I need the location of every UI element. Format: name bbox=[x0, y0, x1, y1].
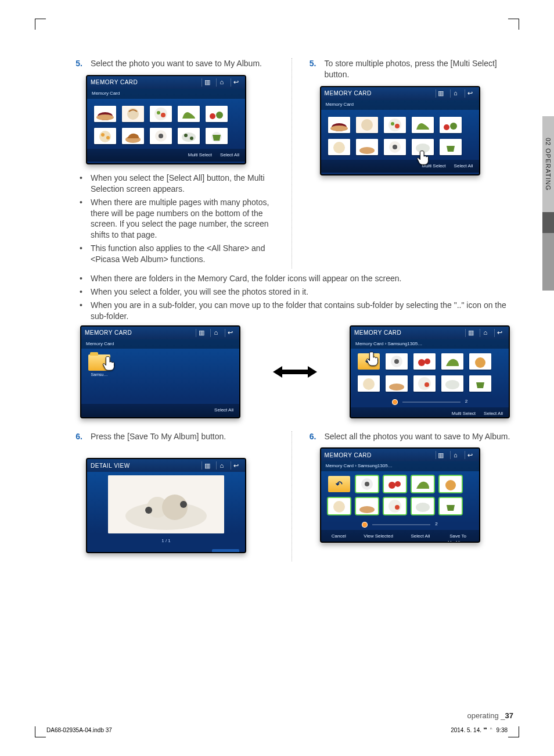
photo-thumbnail[interactable] bbox=[441, 375, 463, 392]
multi-select-button[interactable]: Multi Select bbox=[452, 411, 476, 417]
screen-bottom-bar: Multi Select Select All bbox=[321, 160, 479, 173]
section-tab: 02 OPERATING bbox=[542, 116, 554, 291]
photo-thumbnail[interactable] bbox=[440, 139, 462, 155]
svg-point-42 bbox=[333, 142, 345, 153]
sdcard-icon[interactable]: ▥ bbox=[436, 451, 447, 459]
photo-thumbnail[interactable] bbox=[386, 375, 408, 392]
photo-thumbnail[interactable] bbox=[328, 139, 350, 155]
save-to-my-album-button[interactable]: Save To My Album bbox=[212, 549, 239, 553]
back-icon[interactable]: ↩ bbox=[465, 89, 476, 98]
home-icon[interactable]: ⌂ bbox=[450, 451, 461, 459]
photo-thumbnail[interactable] bbox=[328, 117, 350, 133]
photo-thumbnail[interactable] bbox=[94, 106, 116, 122]
bullet-text: When you select the [Select All] button,… bbox=[91, 173, 280, 195]
photo-thumbnail[interactable] bbox=[122, 128, 144, 144]
svg-point-35 bbox=[395, 124, 400, 128]
photo-thumbnail[interactable] bbox=[384, 476, 406, 492]
svg-point-60 bbox=[475, 357, 485, 368]
svg-point-36 bbox=[391, 122, 394, 126]
photo-thumbnail[interactable] bbox=[358, 375, 380, 392]
up-folder-icon[interactable] bbox=[328, 476, 350, 492]
photo-thumbnail[interactable] bbox=[441, 353, 463, 370]
photo-thumbnail[interactable] bbox=[412, 498, 434, 514]
home-icon[interactable]: ⌂ bbox=[210, 329, 221, 337]
multi-select-button[interactable]: Multi Select bbox=[188, 152, 212, 159]
select-all-button[interactable]: Select All bbox=[220, 152, 239, 159]
page-number[interactable]: 2 bbox=[465, 399, 467, 405]
photo-thumbnail[interactable] bbox=[178, 128, 200, 144]
photo-thumbnail[interactable] bbox=[384, 139, 406, 155]
photo-thumbnail[interactable] bbox=[440, 476, 462, 492]
photo-thumbnail[interactable] bbox=[412, 476, 434, 492]
photo-thumbnail[interactable] bbox=[412, 117, 434, 133]
svg-point-40 bbox=[450, 123, 457, 130]
photo-thumbnail[interactable] bbox=[469, 353, 491, 370]
screen-title: MEMORY CARD bbox=[354, 329, 401, 337]
page-indicator: 1 / 1 bbox=[87, 537, 245, 549]
photo-thumbnail[interactable] bbox=[440, 498, 462, 514]
svg-point-44 bbox=[359, 147, 375, 154]
photo-thumbnail[interactable] bbox=[206, 128, 228, 144]
svg-point-24 bbox=[184, 134, 188, 137]
photo-thumbnail[interactable] bbox=[413, 353, 436, 370]
crop-mark bbox=[35, 726, 46, 737]
photo-thumbnail[interactable] bbox=[356, 139, 378, 155]
photo-thumbnail[interactable] bbox=[206, 106, 228, 122]
back-icon[interactable]: ↩ bbox=[225, 329, 236, 337]
save-to-my-album-button[interactable]: Save To My Album bbox=[448, 533, 468, 543]
page-number[interactable]: 2 bbox=[435, 521, 437, 528]
svg-point-39 bbox=[444, 124, 449, 130]
step-text: Press the [Save To My Album] button. bbox=[91, 431, 226, 442]
cancel-button[interactable]: Cancel bbox=[332, 533, 346, 543]
right-column: 5. To store multiple photos, press the [… bbox=[304, 58, 514, 268]
pointer-hand-icon bbox=[101, 354, 118, 372]
select-all-button[interactable]: Select All bbox=[411, 533, 430, 543]
sdcard-icon[interactable]: ▥ bbox=[436, 89, 447, 98]
photo-thumbnail[interactable] bbox=[328, 498, 350, 514]
photo-thumbnail[interactable] bbox=[384, 117, 406, 133]
page-knob-icon[interactable] bbox=[362, 522, 368, 528]
svg-point-79 bbox=[365, 482, 369, 486]
home-icon[interactable]: ⌂ bbox=[216, 78, 227, 87]
svg-point-92 bbox=[395, 505, 400, 510]
photo-thumbnail[interactable] bbox=[386, 353, 408, 370]
photo-thumbnail[interactable] bbox=[413, 375, 436, 392]
screen-select-to-save: MEMORY CARD ▥ ⌂ ↩ Memory Card › Samsung1… bbox=[320, 447, 480, 543]
home-icon[interactable]: ⌂ bbox=[450, 89, 461, 98]
detail-photo[interactable] bbox=[108, 475, 224, 533]
photo-thumbnail[interactable] bbox=[469, 375, 491, 392]
screen-bottom-bar: Multi Select Select All bbox=[351, 407, 509, 418]
page-knob-icon[interactable] bbox=[392, 399, 398, 405]
step-text: Select all the photos you want to save t… bbox=[325, 431, 510, 442]
crop-mark bbox=[35, 19, 46, 30]
photo-thumbnail[interactable] bbox=[150, 106, 172, 122]
home-icon[interactable]: ⌂ bbox=[216, 461, 227, 470]
nav-arrow-icon bbox=[273, 365, 317, 379]
home-icon[interactable]: ⌂ bbox=[480, 329, 491, 337]
photo-thumbnail[interactable] bbox=[356, 498, 378, 514]
screen-title: DETAIL VIEW bbox=[91, 462, 130, 470]
photo-thumbnail[interactable] bbox=[356, 476, 378, 492]
select-all-button[interactable]: Select All bbox=[454, 163, 473, 170]
back-icon[interactable]: ↩ bbox=[231, 78, 242, 87]
photo-thumbnail[interactable] bbox=[356, 117, 378, 133]
view-selected-button[interactable]: View Selected bbox=[364, 533, 393, 543]
photo-thumbnail[interactable] bbox=[384, 498, 406, 514]
svg-point-34 bbox=[388, 119, 401, 131]
breadcrumb: Memory Card › Samsung1305… bbox=[351, 339, 509, 349]
screen-titlebar: DETAIL VIEW ▥ ⌂ ↩ bbox=[87, 459, 245, 472]
sdcard-icon[interactable]: ▥ bbox=[465, 329, 476, 337]
photo-thumbnail[interactable] bbox=[122, 106, 144, 122]
sdcard-icon[interactable]: ▥ bbox=[202, 461, 213, 470]
sdcard-icon[interactable]: ▥ bbox=[196, 329, 207, 337]
back-icon[interactable]: ↩ bbox=[465, 451, 476, 459]
photo-thumbnail[interactable] bbox=[178, 106, 200, 122]
back-icon[interactable]: ↩ bbox=[494, 329, 505, 337]
photo-thumbnail[interactable] bbox=[150, 128, 172, 144]
photo-thumbnail[interactable] bbox=[440, 117, 462, 133]
select-all-button[interactable]: Select All bbox=[214, 407, 233, 414]
select-all-button[interactable]: Select All bbox=[484, 411, 503, 417]
sdcard-icon[interactable]: ▥ bbox=[202, 78, 213, 87]
back-icon[interactable]: ↩ bbox=[231, 461, 242, 470]
photo-thumbnail[interactable] bbox=[94, 128, 116, 144]
